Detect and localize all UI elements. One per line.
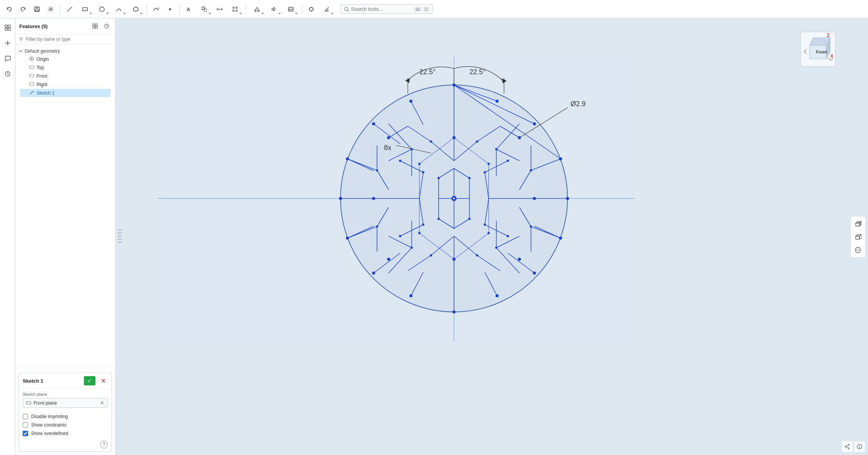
svg-point-172 [399,235,401,237]
transform-tool-button[interactable] [197,3,212,15]
show-constraints-row[interactable]: Show constraints [23,422,108,428]
dim3-label: Ø2.9 [571,100,586,108]
default-geometry-header[interactable]: Default geometry [18,48,112,55]
search-icon [344,7,349,12]
redo-button[interactable] [17,3,29,15]
separator-2 [147,4,147,15]
circle-tool-button[interactable] [94,3,110,15]
show-constraints-label: Show constraints [31,422,66,428]
show-constraints-checkbox[interactable] [23,422,28,428]
comment-button[interactable] [2,52,14,65]
front-label: Front [37,73,47,79]
sketch-icon [29,90,34,96]
svg-line-209 [846,445,848,446]
svg-line-59 [33,91,33,93]
svg-point-142 [409,294,412,297]
features-header: Features (5) [15,18,115,34]
apps-button[interactable] [2,22,14,34]
line-tool-button[interactable] [63,3,76,15]
svg-rect-2 [35,10,38,11]
svg-rect-11 [204,9,207,12]
features-clock-button[interactable] [102,22,111,31]
tree-item-front[interactable]: Front [20,72,110,80]
mirror-tool-button[interactable] [266,3,282,15]
features-expand-button[interactable] [90,22,100,31]
info-button[interactable] [854,441,865,452]
tree-item-sketch1[interactable]: Sketch 1 [20,89,110,97]
features-title: Features (5) [19,23,88,29]
filter-input[interactable] [26,37,112,42]
text-tool-button[interactable]: A [183,3,195,15]
add-feature-button[interactable] [2,37,14,49]
svg-point-167 [422,171,424,173]
plane-selector[interactable]: Front plane ✕ [23,398,108,408]
show-overdefined-row[interactable]: Show overdefined [23,431,108,436]
svg-point-138 [559,237,562,240]
svg-point-170 [507,235,509,237]
svg-marker-7 [134,7,138,12]
pattern-tool-button[interactable] [227,3,243,15]
share-button[interactable] [842,441,853,452]
search-shortcut-alt: alt [414,7,422,12]
settings-button[interactable] [45,3,57,15]
canvas-area[interactable]: Sketch 1 [115,18,868,455]
tree-item-right[interactable]: Right [20,80,110,88]
history-button[interactable] [2,68,14,80]
render-button[interactable] [852,244,864,256]
sketch-cancel-button[interactable]: ✕ [98,376,108,385]
view-cube[interactable]: Front Z X [799,30,837,68]
svg-rect-5 [83,8,87,11]
measure-tool-button[interactable] [214,3,226,15]
show-overdefined-checkbox[interactable] [23,431,28,436]
svg-point-206 [848,444,850,445]
svg-marker-204 [860,235,861,239]
svg-point-141 [452,310,456,313]
save-button[interactable] [31,3,43,15]
toolbar-search[interactable]: alt C [341,4,433,14]
show-overdefined-label: Show overdefined [31,431,68,436]
sketch-panel: Sketch 1 ✓ ✕ Sketch plane Front plane ✕ … [18,373,112,452]
svg-point-148 [409,100,412,103]
snap-tool-button[interactable] [305,3,317,15]
search-input[interactable] [351,6,412,12]
trim-tool-button[interactable] [249,3,265,15]
help-button[interactable]: ? [100,441,108,448]
svg-point-27 [289,8,290,9]
svg-point-3 [50,8,52,10]
svg-marker-25 [274,8,276,11]
point-tool-button[interactable] [164,3,176,15]
wireframe-button[interactable] [852,231,864,243]
disable-imprinting-row[interactable]: Disable imprinting [23,414,108,419]
3d-view-button[interactable] [852,218,864,230]
sketch-confirm-button[interactable]: ✓ [84,376,95,385]
undo-button[interactable] [3,3,15,15]
collapse-icon [18,49,23,53]
search-shortcut-c: C [423,7,429,12]
tree-item-origin[interactable]: Origin [20,55,110,63]
svg-rect-37 [5,25,7,27]
svg-point-8 [169,8,171,10]
polygon-tool-button[interactable] [128,3,144,15]
svg-point-160 [418,232,421,234]
angle-tool-button[interactable] [319,3,334,15]
svg-rect-60 [27,402,31,404]
spline-tool-button[interactable] [150,3,162,15]
origin-icon [29,56,34,62]
sidebar-divider [15,368,115,368]
plane-icon-top [29,65,34,70]
list-icon [116,225,123,248]
svg-rect-40 [8,28,10,30]
image-tool-button[interactable] [283,3,299,15]
svg-point-20 [258,10,259,12]
disable-imprinting-checkbox[interactable] [23,414,28,419]
dim1-label: 22.5° [419,68,436,76]
arc-tool-button[interactable] [111,3,127,15]
rectangle-tool-button[interactable] [77,3,93,15]
svg-point-144 [346,237,349,240]
tree-item-top[interactable]: Top [20,63,110,72]
svg-point-208 [845,446,846,447]
plane-clear-button[interactable]: ✕ [100,400,104,406]
sketch-canvas[interactable]: 22.5° 22.5° Ø2.9 8x [115,18,868,455]
svg-point-177 [530,169,532,172]
svg-point-166 [484,223,486,226]
